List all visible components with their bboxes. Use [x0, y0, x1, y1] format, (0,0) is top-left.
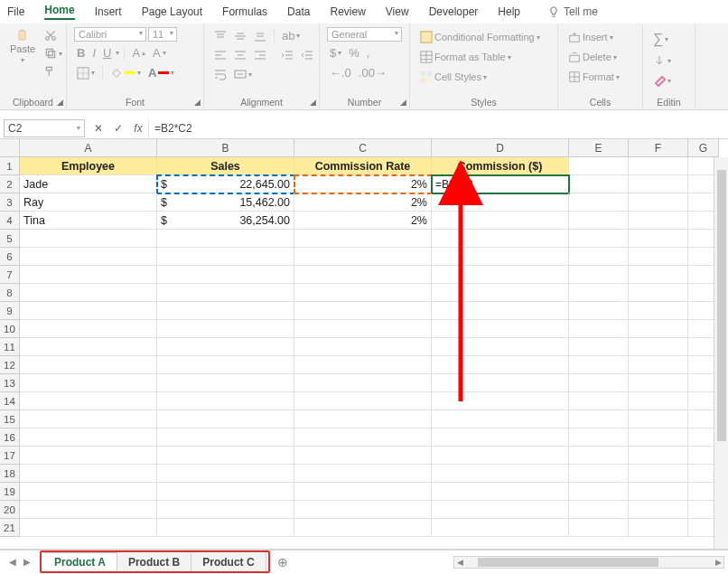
cell-D21[interactable] [432, 519, 569, 537]
cancel-formula-button[interactable]: ✕ [89, 122, 108, 135]
format-painter-button[interactable] [42, 63, 65, 80]
cell-F9[interactable] [629, 302, 688, 320]
cell-D14[interactable] [432, 392, 569, 410]
horizontal-scroll-thumb[interactable] [478, 558, 658, 567]
row-header-16[interactable]: 16 [0, 428, 20, 447]
cell-D10[interactable] [432, 320, 569, 338]
cell-D6[interactable] [432, 248, 569, 266]
row-header-10[interactable]: 10 [0, 320, 20, 338]
cell-F5[interactable] [629, 230, 688, 248]
align-left-button[interactable] [211, 47, 229, 63]
cell-D3[interactable] [432, 193, 569, 212]
fill-color-button[interactable]: ▾ [107, 65, 144, 81]
cell-B2[interactable]: $22,645.00 [157, 175, 294, 193]
font-size-select[interactable]: 11 [148, 27, 177, 42]
column-header-F[interactable]: F [629, 139, 688, 157]
tab-view[interactable]: View [386, 5, 409, 18]
column-header-A[interactable]: A [20, 139, 157, 157]
sheet-nav-prev[interactable]: ◀ [9, 557, 16, 567]
cell-C19[interactable] [294, 483, 432, 501]
cell-E4[interactable] [569, 212, 629, 230]
cell-F17[interactable] [629, 447, 688, 465]
font-name-select[interactable]: Calibri [74, 27, 146, 42]
cell-C20[interactable] [294, 501, 432, 519]
column-header-D[interactable]: D [432, 139, 569, 157]
bold-button[interactable]: B [74, 44, 88, 61]
cell-A9[interactable] [20, 302, 157, 320]
cell-A15[interactable] [20, 410, 157, 428]
cell-B11[interactable] [157, 338, 294, 356]
horizontal-scrollbar[interactable]: ◀ ▶ [295, 556, 728, 569]
cell-F16[interactable] [629, 428, 688, 447]
cell-D4[interactable] [432, 212, 569, 230]
cell-A16[interactable] [20, 428, 157, 447]
cell-C17[interactable] [294, 447, 432, 465]
cell-C10[interactable] [294, 320, 432, 338]
comma-format-button[interactable]: , [364, 44, 373, 61]
cell-D7[interactable] [432, 266, 569, 284]
name-box[interactable]: C2 ▾ [4, 119, 85, 137]
cell-A14[interactable] [20, 392, 157, 410]
wrap-text-button[interactable] [211, 66, 229, 82]
cell-E6[interactable] [569, 248, 629, 266]
sheet-nav-next[interactable]: ▶ [23, 557, 31, 567]
row-header-14[interactable]: 14 [0, 392, 20, 410]
cell-E18[interactable] [569, 465, 629, 483]
cell-F18[interactable] [629, 465, 688, 483]
row-header-8[interactable]: 8 [0, 284, 20, 302]
row-header-19[interactable]: 19 [0, 483, 20, 501]
row-header-2[interactable]: 2 [0, 175, 20, 193]
format-as-table-button[interactable]: Format as Table▾ [417, 49, 550, 65]
cell-C16[interactable] [294, 428, 432, 447]
delete-cells-button[interactable]: Delete▾ [565, 49, 635, 65]
cell-F7[interactable] [629, 266, 688, 284]
cell-F14[interactable] [629, 392, 688, 410]
row-header-5[interactable]: 5 [0, 230, 20, 248]
align-middle-button[interactable] [231, 28, 249, 44]
vertical-scrollbar[interactable] [714, 157, 728, 549]
format-cells-button[interactable]: Format▾ [565, 69, 635, 85]
column-header-E[interactable]: E [569, 139, 629, 157]
cell-C9[interactable] [294, 302, 432, 320]
cell-F6[interactable] [629, 248, 688, 266]
cell-D1[interactable]: Commission ($) [432, 157, 569, 175]
cell-D5[interactable] [432, 230, 569, 248]
cell-D18[interactable] [432, 465, 569, 483]
cell-E3[interactable] [569, 193, 629, 212]
insert-cells-button[interactable]: Insert▾ [565, 29, 635, 45]
cell-B15[interactable] [157, 410, 294, 428]
column-header-G[interactable]: G [688, 139, 719, 157]
row-header-18[interactable]: 18 [0, 465, 20, 483]
cell-A20[interactable] [20, 501, 157, 519]
cell-E14[interactable] [569, 392, 629, 410]
cell-D8[interactable] [432, 284, 569, 302]
align-top-button[interactable] [211, 28, 229, 44]
tab-review[interactable]: Review [330, 5, 365, 18]
align-right-button[interactable] [251, 47, 269, 63]
cell-D15[interactable] [432, 410, 569, 428]
cell-A5[interactable] [20, 230, 157, 248]
row-header-3[interactable]: 3 [0, 193, 20, 212]
borders-button[interactable]: ▾ [74, 65, 98, 81]
cell-E20[interactable] [569, 501, 629, 519]
cell-B3[interactable]: $15,462.00 [157, 193, 294, 212]
underline-button[interactable]: U [100, 44, 114, 61]
cell-B4[interactable]: $36,254.00 [157, 212, 294, 230]
vertical-scroll-thumb[interactable] [717, 170, 726, 441]
cell-A10[interactable] [20, 320, 157, 338]
cell-E17[interactable] [569, 447, 629, 465]
cell-C12[interactable] [294, 356, 432, 374]
column-header-B[interactable]: B [157, 139, 294, 157]
cell-B20[interactable] [157, 501, 294, 519]
scroll-right-arrow[interactable]: ▶ [713, 558, 723, 567]
cell-E9[interactable] [569, 302, 629, 320]
cell-B21[interactable] [157, 519, 294, 537]
cell-F4[interactable] [629, 212, 688, 230]
percent-format-button[interactable]: % [346, 44, 362, 61]
cell-A6[interactable] [20, 248, 157, 266]
cell-D12[interactable] [432, 356, 569, 374]
cell-B16[interactable] [157, 428, 294, 447]
cell-B13[interactable] [157, 374, 294, 392]
cell-A2[interactable]: Jade [20, 175, 157, 193]
tab-help[interactable]: Help [498, 5, 520, 18]
